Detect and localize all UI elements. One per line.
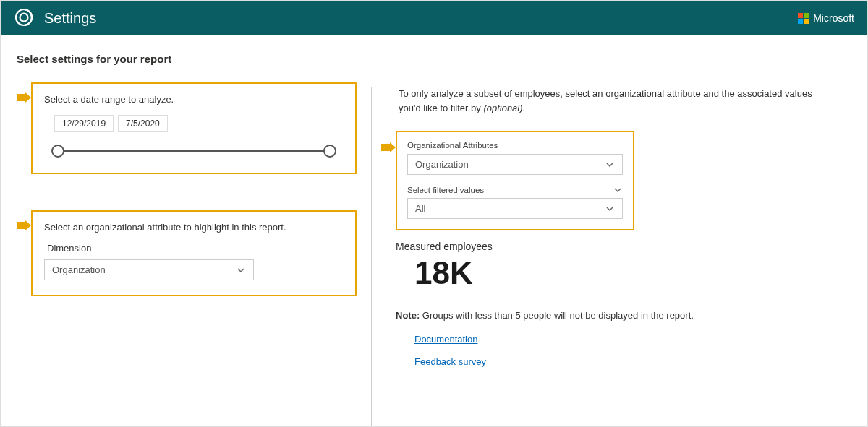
date-range-label: Select a date range to analyze.	[44, 94, 344, 105]
org-attributes-select[interactable]: Organization	[407, 154, 623, 175]
filter-panel: Organizational Attributes Organization S…	[396, 131, 634, 230]
callout-arrow-icon	[17, 220, 31, 230]
attribute-highlight-panel: Select an organizational attribute to hi…	[31, 210, 357, 296]
svg-marker-4	[381, 142, 396, 152]
date-end-input[interactable]: 7/5/2020	[118, 115, 168, 132]
measured-employees-label: Measured employees	[396, 241, 851, 252]
dimension-select[interactable]: Organization	[44, 259, 254, 280]
filtered-values-select[interactable]: All	[407, 198, 623, 219]
callout-arrow-icon	[381, 142, 396, 152]
page-title: Settings	[44, 10, 96, 27]
svg-point-1	[20, 13, 28, 21]
filtered-values-value: All	[415, 203, 425, 214]
date-range-slider[interactable]	[51, 144, 336, 158]
chevron-down-icon	[236, 265, 246, 275]
measured-employees-value: 18K	[414, 255, 851, 291]
dimension-field-label: Dimension	[47, 243, 344, 254]
filtered-values-label: Select filtered values	[407, 186, 484, 194]
filter-intro-text: To only analyze a subset of employees, s…	[399, 87, 833, 115]
app-logo-icon	[14, 7, 34, 30]
dimension-select-value: Organization	[52, 264, 106, 275]
feedback-survey-link[interactable]: Feedback survey	[414, 356, 851, 367]
documentation-link[interactable]: Documentation	[414, 334, 851, 345]
chevron-down-icon[interactable]	[613, 185, 623, 195]
chevron-down-icon	[605, 160, 615, 170]
callout-arrow-icon	[17, 92, 31, 103]
date-range-panel: Select a date range to analyze. 12/29/20…	[31, 82, 357, 174]
brand-microsoft: Microsoft	[798, 12, 854, 24]
note-text: Note: Groups with less than 5 people wil…	[396, 310, 851, 321]
brand-label: Microsoft	[813, 12, 854, 24]
org-attributes-label: Organizational Attributes	[407, 141, 623, 150]
date-start-input[interactable]: 12/29/2019	[54, 115, 114, 132]
org-attributes-value: Organization	[415, 159, 469, 170]
attribute-highlight-label: Select an organizational attribute to hi…	[44, 222, 344, 233]
microsoft-logo-icon	[798, 13, 809, 24]
chevron-down-icon	[605, 204, 615, 214]
section-title: Select settings for your report	[17, 53, 851, 65]
svg-marker-3	[17, 220, 31, 230]
app-header: Settings Microsoft	[1, 1, 867, 35]
column-divider	[371, 87, 372, 427]
svg-marker-2	[17, 92, 31, 103]
